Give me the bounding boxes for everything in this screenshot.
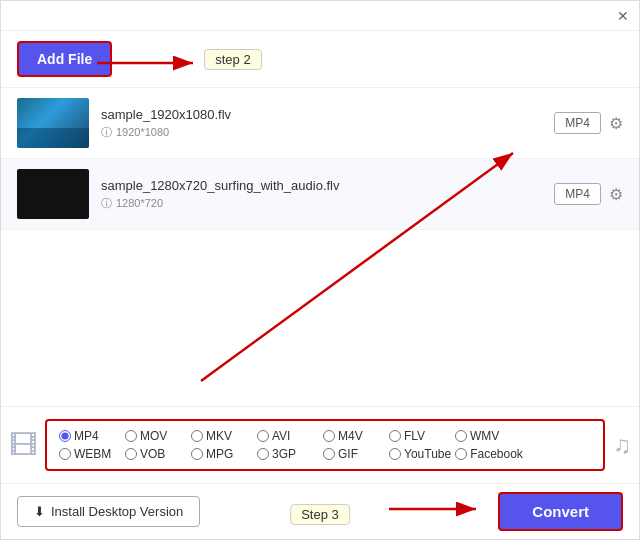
install-button[interactable]: ⬇ Install Desktop Version: [17, 496, 200, 527]
format-mpg[interactable]: MPG: [191, 447, 253, 461]
format-avi[interactable]: AVI: [257, 429, 319, 443]
file-name: sample_1280x720_surfing_with_audio.flv: [101, 178, 542, 193]
footer-bar: ⬇ Install Desktop Version Step 3 Convert: [1, 483, 639, 539]
convert-button[interactable]: Convert: [498, 492, 623, 531]
format-youtube[interactable]: YouTube: [389, 447, 451, 461]
file-actions: MP4 ⚙: [554, 183, 623, 205]
step2-label: step 2: [204, 49, 261, 70]
download-icon: ⬇: [34, 504, 45, 519]
file-item: sample_1920x1080.flv ⓘ 1920*1080 MP4 ⚙: [1, 88, 639, 159]
format-options: MP4 MOV MKV AVI M4V FLV: [45, 419, 605, 471]
format-mov[interactable]: MOV: [125, 429, 187, 443]
format-gif[interactable]: GIF: [323, 447, 385, 461]
format-row-1: MP4 MOV MKV AVI M4V FLV: [59, 429, 591, 443]
main-window: ✕ Add File step 2 sample_1920x1080.flv ⓘ…: [0, 0, 640, 540]
file-info: sample_1920x1080.flv ⓘ 1920*1080: [101, 107, 542, 140]
format-facebook[interactable]: Facebook: [455, 447, 523, 461]
music-icon: ♫: [613, 431, 631, 459]
file-resolution: ⓘ 1920*1080: [101, 125, 542, 140]
file-item: sample_1280x720_surfing_with_audio.flv ⓘ…: [1, 159, 639, 230]
file-resolution: ⓘ 1280*720: [101, 196, 542, 211]
settings-icon[interactable]: ⚙: [609, 114, 623, 133]
close-button[interactable]: ✕: [617, 8, 629, 24]
title-bar: ✕: [1, 1, 639, 31]
step3-label: Step 3: [290, 504, 350, 525]
file-name: sample_1920x1080.flv: [101, 107, 542, 122]
thumbnail-ocean: [17, 98, 89, 148]
settings-icon[interactable]: ⚙: [609, 185, 623, 204]
file-info: sample_1280x720_surfing_with_audio.flv ⓘ…: [101, 178, 542, 211]
info-icon: ⓘ: [101, 196, 112, 211]
format-mkv[interactable]: MKV: [191, 429, 253, 443]
file-list: sample_1920x1080.flv ⓘ 1920*1080 MP4 ⚙ s…: [1, 88, 639, 406]
install-label: Install Desktop Version: [51, 504, 183, 519]
top-bar: Add File step 2: [1, 31, 639, 88]
film-icon: 🎞: [9, 429, 37, 462]
format-panel: 🎞 MP4 MOV MKV AVI: [1, 406, 639, 483]
format-3gp[interactable]: 3GP: [257, 447, 319, 461]
format-badge[interactable]: MP4: [554, 183, 601, 205]
format-m4v[interactable]: M4V: [323, 429, 385, 443]
format-row-2: WEBM VOB MPG 3GP GIF YouT: [59, 447, 591, 461]
info-icon: ⓘ: [101, 125, 112, 140]
format-wmv[interactable]: WMV: [455, 429, 517, 443]
file-actions: MP4 ⚙: [554, 112, 623, 134]
format-vob[interactable]: VOB: [125, 447, 187, 461]
format-flv[interactable]: FLV: [389, 429, 451, 443]
format-webm[interactable]: WEBM: [59, 447, 121, 461]
format-badge[interactable]: MP4: [554, 112, 601, 134]
add-file-button[interactable]: Add File: [17, 41, 112, 77]
format-mp4[interactable]: MP4: [59, 429, 121, 443]
thumbnail-black: [17, 169, 89, 219]
